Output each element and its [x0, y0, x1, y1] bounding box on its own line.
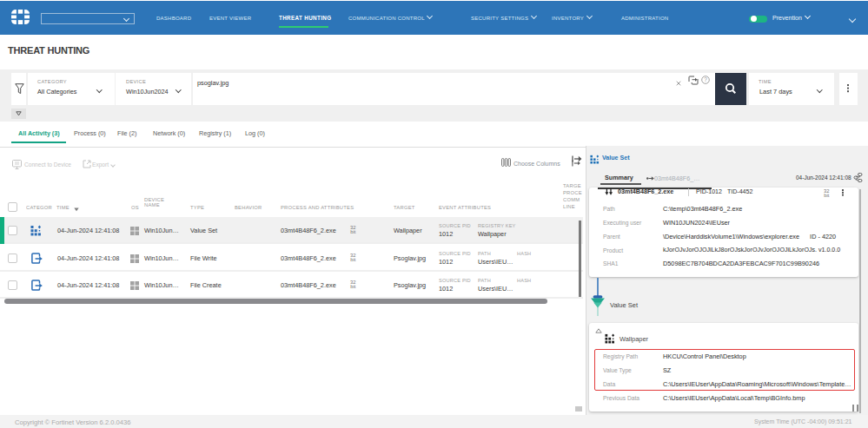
svg-text:?: ? — [704, 76, 707, 82]
